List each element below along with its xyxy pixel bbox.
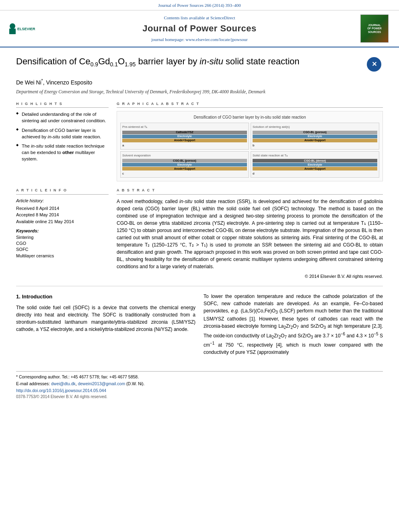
- body-col-left: 1. Introduction The solid oxide fuel cel…: [16, 293, 195, 359]
- journal-cover-image: JOURNALOF POWERSOURCES: [360, 14, 389, 43]
- article-title: Densification of Ce0.9Gd0.1O1.95 barrier…: [16, 55, 363, 68]
- ga-cell-d-title: Solid state reaction at T₂: [253, 153, 377, 158]
- email-note: E-mail addresses: dwei@dtu.dk, deweini20…: [16, 381, 383, 387]
- highlights-graphical-section: H I G H L I G H T S Detailed understandi…: [16, 101, 383, 181]
- copyright-text: © 2014 Elsevier B.V. All rights reserved…: [117, 273, 383, 279]
- ga-cell-a-layers: Cathode/YSZ Electrolyte Anode+Support: [122, 131, 247, 142]
- highlight-text-3: The in-situ solid state reaction techniq…: [22, 144, 105, 161]
- email-link-2[interactable]: deweini2013@gmail.com: [78, 381, 125, 386]
- ga-cell-d-label: d: [253, 171, 377, 176]
- main-content: Densification of Ce0.9Gd0.1O1.95 barrier…: [0, 47, 399, 367]
- introduction-heading: 1. Introduction: [16, 293, 195, 301]
- top-citation-bar: Journal of Power Sources 266 (2014) 393–…: [0, 0, 399, 10]
- layer-cgo-dense-d: CGO-BL (dense): [253, 159, 377, 162]
- elsevier-logo-icon: ELSEVIER: [8, 21, 41, 36]
- layer-anode-c: Anode+Support: [122, 167, 247, 170]
- ga-cell-a-label: a: [122, 143, 247, 148]
- highlights-header: H I G H L I G H T S: [16, 101, 109, 108]
- ga-cell-c-label: c: [122, 171, 247, 176]
- ga-title: Densification of CGO barrier layer by in…: [120, 115, 379, 120]
- layer-electrolyte-a: Electrolyte: [122, 135, 247, 138]
- available-date: Available online 21 May 2014: [16, 219, 109, 225]
- highlight-item-3: The in-situ solid state reaction techniq…: [16, 143, 109, 162]
- homepage-url[interactable]: www.elsevier.com/locate/jpowsour: [185, 37, 247, 42]
- highlight-text-1: Detailed understanding of the role of si…: [22, 112, 106, 123]
- keyword-1: Sintering: [16, 234, 109, 240]
- ga-cell-b-label: b: [253, 143, 377, 148]
- section-number: 1.: [16, 294, 21, 300]
- body-text-section: 1. Introduction The solid oxide fuel cel…: [16, 293, 383, 359]
- author-name: De Wei Ni: [16, 79, 41, 86]
- layer-cgo-porous-c: CGO-BL (porous): [122, 159, 247, 162]
- svg-text:ELSEVIER: ELSEVIER: [17, 27, 35, 31]
- article-title-section: Densification of Ce0.9Gd0.1O1.95 barrier…: [16, 55, 383, 73]
- journal-name: Journal of Power Sources: [43, 23, 356, 35]
- article-info-header: A R T I C L E I N F O: [16, 188, 109, 195]
- doi-link[interactable]: http://dx.doi.org/10.1016/j.jpowsour.201…: [16, 388, 383, 394]
- highlight-item-2: Densification of CGO barrier layer is ac…: [16, 127, 109, 140]
- svg-rect-1: [9, 29, 16, 34]
- ga-grid: Pre-sintered at T₁ Cathode/YSZ Electroly…: [120, 123, 379, 178]
- layer-anode-d: Anode+Support: [253, 167, 377, 170]
- ga-cell-b-title: Solution of sintering aid(s): [253, 125, 377, 129]
- abstract-header: A B S T R A C T: [117, 188, 383, 195]
- email-author: (D.W. Ni).: [126, 381, 145, 386]
- citation-text: Journal of Power Sources 266 (2014) 393–…: [158, 3, 241, 8]
- sciencedirect-label: Contents lists available at ScienceDirec…: [43, 15, 356, 21]
- ga-cell-a-title: Pre-sintered at T₁: [122, 125, 247, 129]
- highlights-section: H I G H L I G H T S Detailed understandi…: [16, 101, 109, 181]
- corresponding-author-marker: *: [41, 78, 43, 83]
- footer-notes: * Corresponding author. Tel.: +45 4677 5…: [16, 371, 383, 400]
- email-label: E-mail addresses:: [16, 381, 51, 386]
- article-info-section: A R T I C L E I N F O Article history: R…: [16, 188, 109, 279]
- keywords-section: Keywords: Sintering CGO SOFC Multilayer …: [16, 228, 109, 259]
- email-link-1[interactable]: dwei@dtu.dk: [51, 381, 76, 386]
- intro-paragraph-2: To lower the operation temperature and r…: [204, 293, 383, 356]
- crossmark-icon: ✕: [367, 57, 381, 72]
- affiliation: Department of Energy Conversion and Stor…: [16, 88, 383, 95]
- highlights-list: Detailed understanding of the role of si…: [16, 111, 109, 162]
- highlight-item-1: Detailed understanding of the role of si…: [16, 111, 109, 124]
- ga-cell-b: Solution of sintering aid(s) CGO-BL (por…: [251, 123, 379, 149]
- highlight-text-2: Densification of CGO barrier layer is ac…: [22, 128, 101, 139]
- keyword-2: CGO: [16, 240, 109, 246]
- article-info-abstract-section: A R T I C L E I N F O Article history: R…: [16, 188, 383, 279]
- layer-electrolyte-d: Electrolyte: [253, 163, 377, 166]
- keyword-3: SOFC: [16, 246, 109, 253]
- intro-paragraph-1: The solid oxide fuel cell (SOFC) is a de…: [16, 304, 195, 333]
- journal-title-section: Contents lists available at ScienceDirec…: [43, 15, 356, 43]
- body-col-right: To lower the operation temperature and r…: [204, 293, 383, 359]
- section-title-text: Introduction: [22, 294, 52, 300]
- layer-anode-a: Anode+Support: [122, 139, 247, 142]
- layer-cgo-porous-b: CGO-BL (porous): [253, 131, 377, 134]
- journal-header: ELSEVIER Contents lists available at Sci…: [0, 10, 399, 47]
- ga-cell-a: Pre-sintered at T₁ Cathode/YSZ Electroly…: [120, 123, 249, 149]
- article-info-content: Article history: Received 8 April 2014 A…: [16, 198, 109, 259]
- ga-cell-c: Solvent evaporation CGO-BL (porous) Elec…: [120, 151, 249, 178]
- section-divider: [16, 286, 383, 286]
- elsevier-logo-section: ELSEVIER: [6, 21, 43, 36]
- sciencedirect-link-text[interactable]: ScienceDirect: [210, 15, 235, 20]
- author-name-2: Vincenzo Esposito: [46, 79, 92, 86]
- history-label: Article history:: [16, 198, 109, 204]
- graphical-abstract-content: Densification of CGO barrier layer by in…: [117, 111, 383, 181]
- layer-cathode-a: Cathode/YSZ: [122, 131, 247, 134]
- svg-point-2: [10, 23, 15, 29]
- graphical-abstract-header: G R A P H I C A L A B S T R A C T: [117, 101, 383, 108]
- ga-cell-c-layers: CGO-BL (porous) Electrolyte Anode+Suppor…: [122, 159, 247, 170]
- accepted-date: Accepted 8 May 2014: [16, 212, 109, 218]
- keyword-4: Multilayer ceramics: [16, 253, 109, 259]
- keywords-label: Keywords:: [16, 228, 109, 234]
- ga-cell-d-layers: CGO-BL (dense) Electrolyte Anode+Support: [253, 159, 377, 170]
- journal-cover-section: JOURNALOF POWERSOURCES: [356, 14, 393, 43]
- homepage-label: journal homepage:: [151, 37, 185, 42]
- graphical-abstract-section: G R A P H I C A L A B S T R A C T Densif…: [117, 101, 383, 181]
- corresponding-author-note: * Corresponding author. Tel.: +45 4677 5…: [16, 374, 383, 380]
- authors-line: De Wei Ni*, Vincenzo Esposito: [16, 78, 383, 86]
- layer-anode-b: Anode+Support: [253, 139, 377, 142]
- ga-cell-c-title: Solvent evaporation: [122, 153, 247, 158]
- ga-cell-d: Solid state reaction at T₂ CGO-BL (dense…: [251, 151, 379, 178]
- journal-homepage: journal homepage: www.elsevier.com/locat…: [43, 37, 356, 43]
- crossmark-badge: ✕: [367, 57, 383, 73]
- page-wrapper: Journal of Power Sources 266 (2014) 393–…: [0, 0, 399, 400]
